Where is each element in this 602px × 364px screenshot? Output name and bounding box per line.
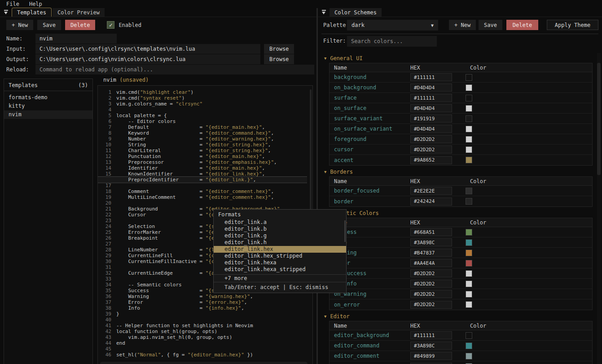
color-hex-input[interactable]: #668A51 xyxy=(410,228,452,236)
panel-collapse-icon[interactable] xyxy=(321,10,326,15)
color-swatch[interactable] xyxy=(466,115,472,122)
color-swatch[interactable] xyxy=(466,270,472,277)
color-swatch[interactable] xyxy=(466,84,472,91)
color-swatch[interactable] xyxy=(466,342,472,349)
color-name[interactable]: accent xyxy=(330,157,410,163)
template-list-item[interactable]: formats-demo xyxy=(4,93,92,102)
color-swatch[interactable] xyxy=(466,188,472,194)
section-header[interactable]: ▼Editor xyxy=(324,313,602,320)
apply-theme-button[interactable]: Apply Theme xyxy=(547,20,598,30)
popup-item[interactable]: editor_link.hexa xyxy=(214,259,346,266)
new-template-button[interactable]: + New xyxy=(6,20,33,30)
popup-scrollbar[interactable] xyxy=(344,220,346,242)
color-name[interactable]: surface xyxy=(330,95,410,101)
color-name[interactable]: editor_background xyxy=(330,332,410,338)
color-name[interactable]: on_error xyxy=(330,302,410,308)
popup-item[interactable]: editor_link.h xyxy=(214,239,346,246)
color-hex-input[interactable]: #D4D4D4 xyxy=(410,83,452,92)
section-header[interactable]: ▼Borders xyxy=(324,168,602,175)
color-hex-input[interactable]: #AA4E4A xyxy=(410,259,452,267)
save-template-button[interactable]: Save xyxy=(37,20,61,30)
color-swatch[interactable] xyxy=(466,198,472,205)
template-list-item[interactable]: nvim xyxy=(4,110,92,119)
color-hex-input[interactable]: #111111 xyxy=(410,73,452,81)
color-swatch[interactable] xyxy=(466,157,472,163)
color-hex-input[interactable]: #B47837 xyxy=(410,249,452,257)
color-hex-input[interactable]: #D2D2D2 xyxy=(410,135,452,143)
color-swatch[interactable] xyxy=(466,301,472,308)
popup-more-item[interactable]: +7 more xyxy=(214,275,346,282)
color-hex-input[interactable]: #111111 xyxy=(410,94,452,102)
color-swatch[interactable] xyxy=(466,136,472,143)
section-collapse-icon[interactable]: ▼ xyxy=(324,314,326,319)
menu-help[interactable]: Help xyxy=(29,1,42,7)
tab-color-preview[interactable]: Color Preview xyxy=(53,8,105,17)
color-name[interactable]: border_focused xyxy=(330,188,410,194)
color-hex-input[interactable]: #D2D2D2 xyxy=(410,290,452,298)
section-header[interactable]: ▼Semantic Colors xyxy=(324,210,602,217)
color-hex-input[interactable]: #191919 xyxy=(410,114,452,123)
popup-item[interactable]: editor_link.g xyxy=(214,232,346,239)
input-browse-button[interactable]: Browse xyxy=(264,44,294,54)
color-swatch[interactable] xyxy=(466,353,472,360)
palette-dropdown[interactable]: dark ▼ xyxy=(347,20,438,31)
popup-item[interactable]: editor_link.b xyxy=(214,226,346,232)
save-palette-button[interactable]: Save xyxy=(479,20,502,30)
color-hex-input[interactable]: #2E2E2E xyxy=(410,187,452,195)
color-hex-input[interactable]: #849899 xyxy=(410,352,452,360)
color-swatch[interactable] xyxy=(466,229,472,236)
output-browse-button[interactable]: Browse xyxy=(264,54,294,64)
color-swatch[interactable] xyxy=(466,332,472,339)
reload-command-input[interactable]: Command to reload app (optional)... xyxy=(35,65,314,75)
color-swatch[interactable] xyxy=(466,74,472,81)
color-swatch[interactable] xyxy=(466,291,472,298)
color-hex-input[interactable]: #D4D4D4 xyxy=(410,125,452,133)
color-name[interactable]: background xyxy=(330,74,410,80)
color-hex-input[interactable]: #D4D4D4 xyxy=(410,104,452,112)
color-name[interactable]: editor_comment xyxy=(330,353,410,359)
name-input[interactable]: nvim xyxy=(35,34,117,44)
color-hex-input[interactable]: #3A898C xyxy=(410,238,452,246)
color-swatch[interactable] xyxy=(466,239,472,246)
color-name[interactable]: on_background xyxy=(330,84,410,91)
menu-file[interactable]: File xyxy=(6,1,19,7)
section-collapse-icon[interactable]: ▼ xyxy=(324,170,326,174)
color-name[interactable]: editor_command xyxy=(330,342,410,349)
template-list-item[interactable]: kitty xyxy=(4,102,92,110)
color-name[interactable]: border xyxy=(330,198,410,205)
popup-item[interactable]: editor_link.a xyxy=(214,219,346,226)
color-hex-input[interactable]: #D2D2D2 xyxy=(410,301,452,309)
section-collapse-icon[interactable]: ▼ xyxy=(324,56,326,61)
popup-item[interactable]: editor_link.hex_stripped xyxy=(214,253,346,259)
delete-template-button[interactable]: Delete xyxy=(65,20,95,30)
color-swatch[interactable] xyxy=(466,260,472,267)
tab-templates[interactable]: Templates xyxy=(12,8,52,17)
color-hex-input[interactable]: #3A898C xyxy=(410,342,452,350)
color-hex-input[interactable]: #111111 xyxy=(410,331,452,339)
new-palette-button[interactable]: + New xyxy=(449,20,476,30)
color-hex-input[interactable]: #9A8652 xyxy=(410,156,452,164)
color-name[interactable]: cursor xyxy=(330,146,410,153)
color-name[interactable]: on_surface xyxy=(330,105,410,111)
color-swatch[interactable] xyxy=(466,126,472,132)
color-name[interactable]: foreground xyxy=(330,136,410,142)
color-hex-input[interactable]: #242424 xyxy=(410,197,452,206)
color-swatch[interactable] xyxy=(466,105,472,112)
color-filter-input[interactable]: Search colors... xyxy=(347,36,437,47)
editor-horizontal-scrollbar[interactable] xyxy=(100,362,308,364)
tab-color-schemes[interactable]: Color Schemes xyxy=(330,8,382,17)
color-name[interactable]: surface_variant xyxy=(330,115,410,122)
color-hex-input[interactable]: #D2D2D2 xyxy=(410,280,452,288)
input-path-input[interactable]: C:\Users\user\.config\clrsync\templates\… xyxy=(35,44,260,54)
color-hex-input[interactable]: #D2D2D2 xyxy=(410,269,452,277)
color-swatch[interactable] xyxy=(466,250,472,256)
section-header[interactable]: ▼General UI xyxy=(324,55,602,62)
color-swatch[interactable] xyxy=(466,95,472,101)
color-name[interactable]: on_surface_variant xyxy=(330,126,410,132)
popup-item[interactable]: editor_link.hexa_stripped xyxy=(214,266,346,273)
color-hex-input[interactable]: #D2D2D2 xyxy=(410,145,452,153)
colors-scrollbar-thumb[interactable] xyxy=(597,63,601,175)
output-path-input[interactable]: C:\Users\user\.config\nvim\colors\clrsyn… xyxy=(35,54,260,64)
panel-collapse-icon[interactable] xyxy=(4,10,9,15)
color-swatch[interactable] xyxy=(466,146,472,153)
